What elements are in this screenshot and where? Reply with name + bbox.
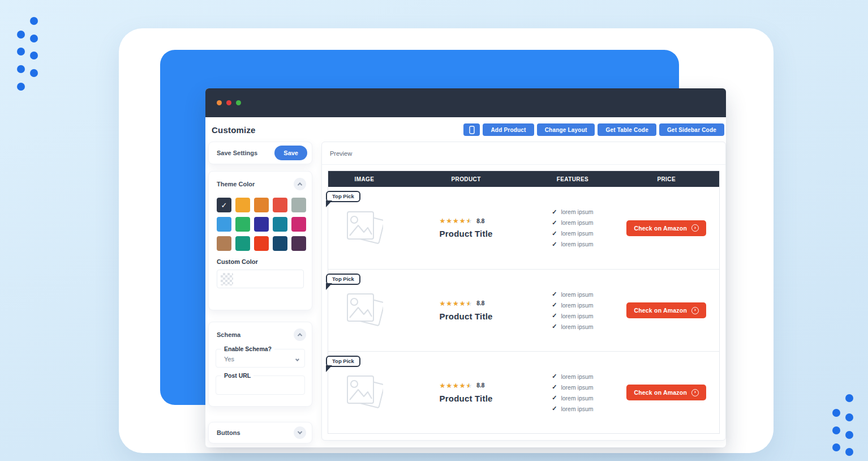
traffic-light-green-icon[interactable] [236, 100, 241, 105]
column-header-features: FEATURES [531, 176, 613, 182]
toolbar: Add Product Change Layout Get Table Code… [463, 123, 724, 136]
add-product-button[interactable]: Add Product [483, 123, 534, 136]
feature-item: ✓lorem ipsum [552, 241, 593, 248]
check-icon: ✓ [552, 383, 557, 391]
save-settings-label: Save Settings [217, 150, 257, 156]
circle-chevron-right-icon: › [691, 307, 699, 314]
price-cell: Check on Amazon › [613, 302, 719, 318]
product-cell: ★★★★★ ★★★★★ 8.8 Product Title [401, 217, 531, 238]
get-table-code-button[interactable]: Get Table Code [598, 123, 656, 136]
app-header: Customize Add Product Change Layout Get … [205, 117, 726, 142]
browser-window: Customize Add Product Change Layout Get … [205, 88, 726, 447]
traffic-light-red-icon[interactable] [226, 100, 231, 105]
window-titlebar [205, 88, 726, 117]
color-swatch[interactable] [254, 198, 269, 212]
rating-value: 8.8 [476, 218, 484, 224]
phone-icon [469, 126, 475, 134]
check-icon: ✓ [552, 373, 557, 380]
chevron-down-icon [295, 357, 299, 361]
preview-panel: Preview IMAGE PRODUCT FEATURES PRICE Top… [321, 142, 726, 441]
feature-item: ✓lorem ipsum [552, 373, 593, 380]
color-swatch[interactable] [273, 198, 287, 212]
dot-icon [30, 35, 38, 42]
dot-icon [17, 83, 25, 91]
color-swatch[interactable] [273, 217, 287, 232]
features-cell: ✓lorem ipsum ✓lorem ipsum ✓lorem ipsum ✓… [531, 291, 613, 330]
dot-icon [17, 65, 25, 73]
dot-icon [30, 52, 38, 59]
table-row: Top Pick ★★★★★ ★★★★★ [328, 351, 719, 433]
feature-item: ✓lorem ipsum [552, 291, 593, 298]
feature-item: ✓lorem ipsum [552, 230, 593, 237]
dot-icon [832, 409, 840, 417]
product-title: Product Title [440, 394, 493, 403]
color-swatch[interactable] [291, 217, 306, 232]
transparency-checker-icon [221, 273, 233, 285]
color-swatch[interactable] [291, 198, 306, 212]
check-icon: ✓ [552, 208, 557, 216]
color-swatch[interactable] [217, 217, 231, 232]
theme-color-header: Theme Color [209, 172, 312, 190]
get-sidebar-code-button[interactable]: Get Sidebar Code [659, 123, 724, 136]
preview-title: Preview [322, 142, 725, 165]
check-on-amazon-button[interactable]: Check on Amazon › [626, 220, 706, 236]
stars-filled-icon: ★★★★★ [440, 300, 470, 307]
table-row: Top Pick ★★★★★ ★★★★★ [328, 269, 719, 351]
color-swatch[interactable] [291, 236, 306, 251]
image-placeholder-icon [346, 206, 383, 250]
check-icon: ✓ [552, 394, 557, 402]
price-cell: Check on Amazon › [613, 220, 719, 236]
color-swatch[interactable] [217, 236, 231, 251]
save-button[interactable]: Save [274, 146, 307, 160]
buttons-panel-title: Buttons [217, 429, 240, 436]
change-layout-button[interactable]: Change Layout [537, 123, 595, 136]
star-rating: ★★★★★ ★★★★★ [440, 300, 473, 307]
column-header-price: PRICE [613, 176, 719, 182]
feature-item: ✓lorem ipsum [552, 323, 593, 330]
check-icon: ✓ [552, 219, 557, 227]
mobile-preview-button[interactable] [463, 123, 480, 136]
color-swatch[interactable] [273, 236, 287, 251]
image-placeholder-icon [346, 370, 383, 415]
color-swatch[interactable] [254, 236, 269, 251]
stars-filled-icon: ★★★★★ [440, 217, 470, 224]
color-swatch[interactable] [254, 217, 269, 232]
post-url-label: Post URL [221, 372, 253, 379]
color-swatch[interactable] [235, 236, 250, 251]
collapse-theme-button[interactable] [294, 178, 306, 190]
save-settings-panel: Save Settings Save [208, 142, 312, 164]
page-title: Customize [212, 125, 256, 135]
check-on-amazon-button[interactable]: Check on Amazon › [626, 385, 706, 400]
image-cell [328, 370, 401, 415]
dot-icon [30, 69, 38, 77]
color-swatch[interactable] [235, 217, 250, 232]
product-title: Product Title [440, 229, 493, 238]
features-cell: ✓lorem ipsum ✓lorem ipsum ✓lorem ipsum ✓… [531, 208, 613, 248]
schema-panel: Schema Enable Schema? Yes Post URL [208, 322, 312, 407]
check-on-amazon-button[interactable]: Check on Amazon › [626, 302, 706, 318]
dot-icon [845, 394, 853, 402]
schema-header: Schema [209, 322, 312, 341]
color-swatch-grid: ✓ [209, 190, 312, 251]
post-url-field: Post URL [216, 375, 305, 395]
custom-color-input[interactable] [217, 270, 304, 288]
traffic-light-orange-icon[interactable] [217, 100, 222, 105]
color-swatch[interactable] [235, 198, 250, 212]
feature-item: ✓lorem ipsum [552, 301, 593, 309]
product-cell: ★★★★★ ★★★★★ 8.8 Product Title [401, 382, 531, 403]
product-cell: ★★★★★ ★★★★★ 8.8 Product Title [401, 300, 531, 321]
top-pick-badge: Top Pick [326, 356, 360, 367]
dot-icon [845, 431, 853, 439]
check-icon: ✓ [552, 230, 557, 237]
color-swatch-selected[interactable]: ✓ [217, 198, 231, 212]
check-icon: ✓ [552, 405, 557, 412]
column-header-image: IMAGE [328, 176, 401, 182]
circle-chevron-right-icon: › [691, 224, 699, 232]
feature-item: ✓lorem ipsum [552, 383, 593, 391]
image-cell [328, 288, 401, 332]
collapse-schema-button[interactable] [294, 328, 306, 341]
check-icon: ✓ [552, 312, 557, 319]
custom-color-label: Custom Color [209, 251, 312, 265]
dot-icon [832, 443, 840, 451]
expand-buttons-button[interactable] [294, 426, 306, 439]
